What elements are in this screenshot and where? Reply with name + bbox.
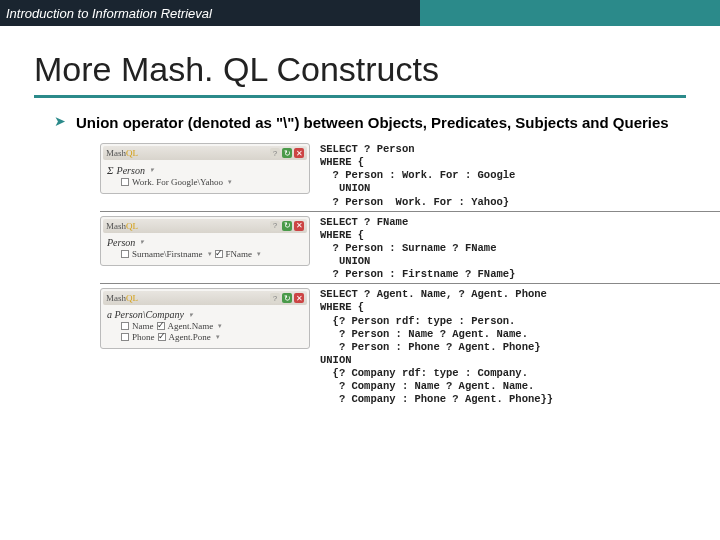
panel-titlebar: MashQL ? ↻ ✕ xyxy=(103,291,307,305)
panel-titlebar: MashQL ? ↻ ✕ xyxy=(103,146,307,160)
help-icon[interactable]: ? xyxy=(270,148,280,158)
mashql-panel: MashQL ? ↻ ✕ a Person\Company▾ Name Agen… xyxy=(100,288,310,406)
help-icon[interactable]: ? xyxy=(270,221,280,231)
panel-brand: MashQL xyxy=(106,148,138,158)
query-subject: Σ Person▾ xyxy=(107,164,303,176)
refresh-icon[interactable]: ↻ xyxy=(282,221,292,231)
query-predicate-line: Name Agent.Name▾ xyxy=(107,321,303,331)
header-accent xyxy=(420,0,720,26)
query-subject: Person▾ xyxy=(107,237,303,248)
bullet-text: Union operator (denoted as "\") between … xyxy=(76,112,669,133)
slide-title: More Mash. QL Constructs xyxy=(34,50,720,89)
query-predicate-line: Phone Agent.Pone▾ xyxy=(107,332,303,342)
help-icon[interactable]: ? xyxy=(270,293,280,303)
examples-area: MashQL ? ↻ ✕ Σ Person▾ Work. For Google\… xyxy=(100,143,720,408)
mashql-panel: MashQL ? ↻ ✕ Person▾ Surname\Firstname▾ … xyxy=(100,216,310,282)
refresh-icon[interactable]: ↻ xyxy=(282,148,292,158)
sparql-query: SELECT ? Agent. Name, ? Agent. Phone WHE… xyxy=(310,288,553,406)
query-predicate-line: Surname\Firstname▾ FName▾ xyxy=(107,249,303,259)
close-icon[interactable]: ✕ xyxy=(294,293,304,303)
panel-brand: MashQL xyxy=(106,221,138,231)
sparql-query: SELECT ? FName WHERE { ? Person : Surnam… xyxy=(310,216,515,282)
sparql-query: SELECT ? Person WHERE { ? Person : Work.… xyxy=(310,143,515,209)
panel-brand: MashQL xyxy=(106,293,138,303)
course-title: Introduction to Information Retrieval xyxy=(0,6,420,21)
title-underline xyxy=(34,95,686,98)
checkbox-icon[interactable] xyxy=(215,250,223,258)
query-predicate-line: Work. For Google\Yahoo▾ xyxy=(107,177,303,187)
panel-titlebar: MashQL ? ↻ ✕ xyxy=(103,219,307,233)
close-icon[interactable]: ✕ xyxy=(294,148,304,158)
header-bar: Introduction to Information Retrieval xyxy=(0,0,720,26)
example-row: MashQL ? ↻ ✕ a Person\Company▾ Name Agen… xyxy=(100,288,720,408)
query-subject: a Person\Company▾ xyxy=(107,309,303,320)
mashql-panel: MashQL ? ↻ ✕ Σ Person▾ Work. For Google\… xyxy=(100,143,310,209)
refresh-icon[interactable]: ↻ xyxy=(282,293,292,303)
example-row: MashQL ? ↻ ✕ Person▾ Surname\Firstname▾ … xyxy=(100,216,720,285)
checkbox-icon[interactable] xyxy=(157,322,165,330)
checkbox-icon[interactable] xyxy=(158,333,166,341)
example-row: MashQL ? ↻ ✕ Σ Person▾ Work. For Google\… xyxy=(100,143,720,212)
close-icon[interactable]: ✕ xyxy=(294,221,304,231)
bullet-arrow-icon: ➤ xyxy=(54,112,66,133)
bullet-item: ➤ Union operator (denoted as "\") betwee… xyxy=(54,112,690,133)
